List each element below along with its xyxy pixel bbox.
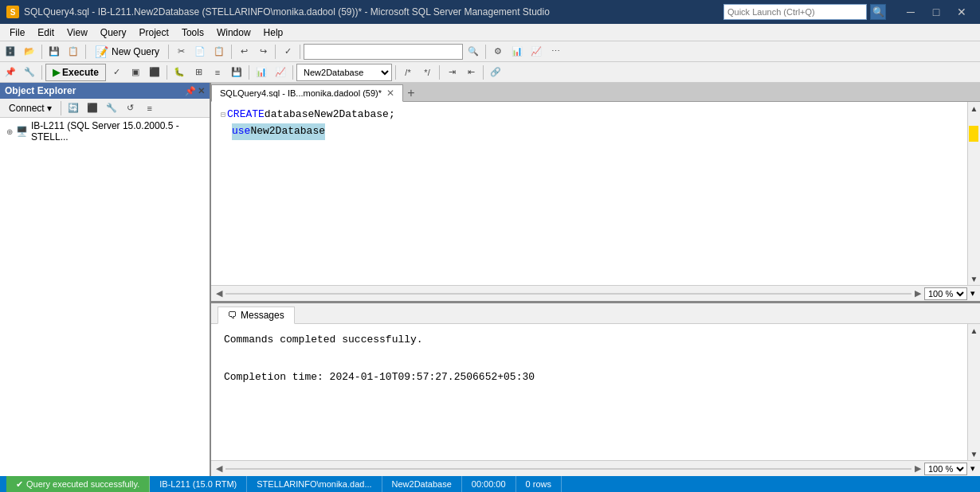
connection-button[interactable]: 🔗 — [487, 64, 504, 81]
copy-button[interactable]: 📄 — [191, 43, 209, 61]
oe-server-node[interactable]: ⊕ 🖥️ IB-L211 (SQL Server 15.0.2000.5 - S… — [0, 118, 210, 145]
minimize-button[interactable]: ─ — [899, 3, 923, 21]
zoom-dropdown-arrow[interactable]: ▾ — [970, 288, 975, 299]
results-scroll-down[interactable]: ▼ — [968, 447, 981, 460]
grid-button[interactable]: ⊞ — [190, 64, 207, 81]
database-selector[interactable]: New2Database — [296, 64, 392, 81]
quick-launch-area: 🔍 — [723, 4, 886, 20]
oe-close-button[interactable]: ✕ — [198, 86, 205, 96]
save-button[interactable]: 💾 — [45, 43, 63, 61]
search-toolbar-input[interactable] — [304, 44, 463, 60]
results-zoom-arrow[interactable]: ▾ — [970, 463, 975, 474]
parse-button[interactable]: ▣ — [127, 64, 144, 81]
menu-edit[interactable]: Edit — [31, 25, 61, 40]
stop-button[interactable]: ⬛ — [146, 64, 163, 81]
include-actual-plan[interactable]: 📈 — [272, 64, 289, 81]
code-editor[interactable]: ⊟ CREATE database New2Database; use New2… — [211, 102, 967, 285]
results-scroll-up[interactable]: ▲ — [968, 324, 981, 337]
messages-tab[interactable]: 🗨 Messages — [218, 307, 295, 324]
main-toolbar: 🗄️ 📂 💾 📋 📝 New Query ✂ 📄 📋 ↩ ↪ ✓ 🔍 ⚙ 📊 📈… — [0, 41, 980, 62]
text-results-button[interactable]: ≡ — [209, 64, 226, 81]
connect-button[interactable]: Connect ▾ — [3, 100, 57, 116]
new-db-button[interactable]: 🗄️ — [2, 43, 19, 61]
menu-window[interactable]: Window — [210, 25, 257, 40]
menu-query[interactable]: Query — [94, 25, 133, 40]
maximize-button[interactable]: □ — [924, 3, 948, 21]
debug-button[interactable]: 🐛 — [171, 64, 188, 81]
zoom-left-arrow[interactable]: ◀ — [216, 288, 222, 299]
status-user-label: STELLARINFO\monika.dad... — [257, 479, 371, 489]
cut-button[interactable]: ✂ — [172, 43, 190, 61]
activity-button[interactable]: 📈 — [527, 43, 545, 61]
quick-launch-input[interactable] — [723, 4, 867, 20]
new-query-icon: 📝 — [95, 45, 108, 58]
include-client-stats[interactable]: 📊 — [253, 64, 270, 81]
save-results-button[interactable]: 💾 — [228, 64, 245, 81]
check-button[interactable]: ✓ — [279, 43, 296, 61]
db-name-1: New2Database; — [314, 107, 394, 123]
undo-button[interactable]: ↩ — [235, 43, 253, 61]
status-check-icon: ✔ — [16, 479, 23, 490]
oe-stop-button[interactable]: ⬛ — [84, 100, 101, 117]
oe-pin-button[interactable]: 📌 — [185, 86, 196, 96]
menu-tools[interactable]: Tools — [175, 25, 210, 40]
sep-q-5 — [395, 65, 396, 80]
more-button[interactable]: ⋯ — [547, 43, 564, 61]
separator-2 — [85, 45, 86, 59]
close-button[interactable]: ✕ — [950, 3, 974, 21]
redo-button[interactable]: ↪ — [254, 43, 272, 61]
quick-launch-button[interactable]: 🔍 — [870, 4, 886, 20]
results-zoom-left[interactable]: ◀ — [216, 463, 222, 474]
find-button[interactable]: 🔍 — [465, 43, 482, 61]
menu-help[interactable]: Help — [257, 25, 290, 40]
menu-view[interactable]: View — [61, 25, 94, 40]
oe-refresh-button[interactable]: 🔄 — [65, 100, 82, 117]
query-tab-active[interactable]: SQLQuery4.sql - IB...monika.dadool (59)*… — [211, 84, 403, 102]
new-tab-button[interactable]: + — [403, 85, 419, 101]
indent-button[interactable]: ⇥ — [443, 64, 461, 81]
scroll-track — [225, 293, 911, 295]
messages-tab-label: Messages — [241, 310, 284, 321]
execute-triangle: ▶ — [53, 67, 60, 78]
results-zoom-right[interactable]: ▶ — [915, 463, 921, 474]
window-controls: ─ □ ✕ — [899, 3, 974, 21]
zoom-right-arrow[interactable]: ▶ — [915, 288, 921, 299]
save-all-button[interactable]: 📋 — [65, 43, 82, 61]
uncomment-button[interactable]: */ — [418, 64, 436, 81]
properties-button[interactable]: ⚙ — [489, 43, 507, 61]
menu-project[interactable]: Project — [133, 25, 175, 40]
zoom-select[interactable]: 100 % — [924, 287, 967, 300]
execute-button[interactable]: ▶ Execute — [45, 64, 106, 81]
tab-close-button[interactable]: ✕ — [386, 88, 394, 99]
code-line-2: use New2Database — [221, 123, 958, 140]
sep-q-3 — [249, 65, 249, 80]
filter-button[interactable]: 🔧 — [21, 64, 38, 81]
status-bar: ✔ Query executed successfully. IB-L211 (… — [0, 476, 980, 492]
report-button[interactable]: 📊 — [508, 43, 526, 61]
comment-button[interactable]: /* — [399, 64, 417, 81]
oe-header-buttons: 📌 ✕ — [185, 86, 205, 96]
menu-file[interactable]: File — [3, 25, 31, 40]
oe-summary-button[interactable]: ≡ — [141, 100, 159, 117]
new-query-button[interactable]: 📝 New Query — [89, 43, 165, 61]
scroll-up-arrow[interactable]: ▲ — [968, 102, 981, 115]
oe-title: Object Explorer — [5, 85, 76, 96]
checkmark-button[interactable]: ✓ — [108, 64, 125, 81]
open-button[interactable]: 📂 — [21, 43, 38, 61]
editor-scrollbar[interactable]: ▲ ▼ — [967, 102, 980, 285]
oe-refresh2-button[interactable]: ↺ — [122, 100, 139, 117]
tab-bar: SQLQuery4.sql - IB...monika.dadool (59)*… — [211, 83, 980, 102]
result-completion: Completion time: 2024-01-10T09:57:27.250… — [224, 368, 955, 386]
scroll-down-arrow[interactable]: ▼ — [968, 272, 981, 285]
oe-filter-button[interactable]: 🔧 — [103, 100, 120, 117]
main-layout: Object Explorer 📌 ✕ Connect ▾ 🔄 ⬛ 🔧 ↺ ≡ … — [0, 83, 980, 476]
outdent-button[interactable]: ⇤ — [462, 64, 480, 81]
results-scrollbar[interactable]: ▲ ▼ — [967, 324, 980, 460]
oe-content: ⊕ 🖥️ IB-L211 (SQL Server 15.0.2000.5 - S… — [0, 118, 210, 476]
results-zoom-select[interactable]: 100 % — [924, 463, 967, 475]
new-query-label: New Query — [112, 46, 159, 57]
pin-button[interactable]: 📌 — [2, 64, 19, 81]
collapse-icon-1[interactable]: ⊟ — [221, 109, 225, 122]
title-bar: S SQLQuery4.sql - IB-L211.New2Database (… — [0, 0, 980, 24]
paste-button[interactable]: 📋 — [210, 43, 228, 61]
